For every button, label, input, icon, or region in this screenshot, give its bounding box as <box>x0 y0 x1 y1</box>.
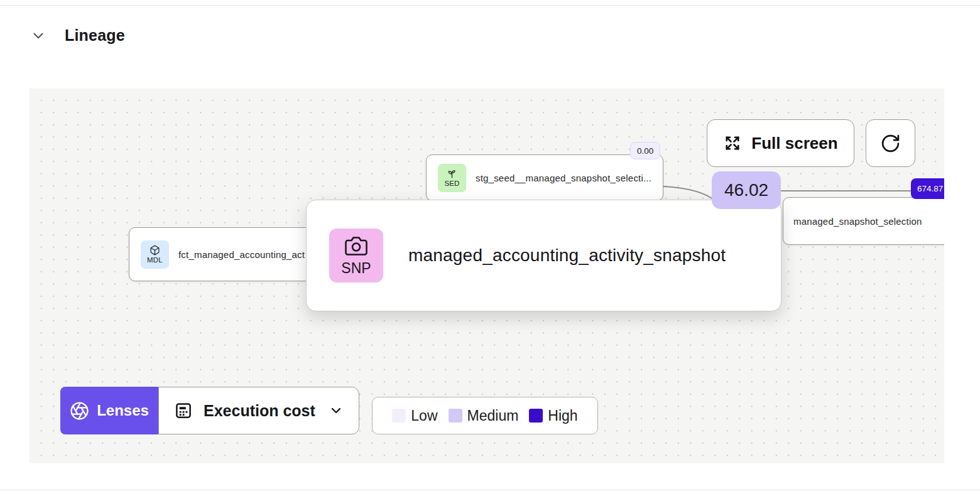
top-divider <box>0 5 980 6</box>
full-screen-label: Full screen <box>751 134 837 153</box>
legend-label-low: Low <box>411 407 437 424</box>
node-selection[interactable]: managed_snapshot_selection <box>783 197 944 245</box>
lenses-control: Lenses Execution cost <box>60 387 359 434</box>
snapshot-type-label: SNP <box>341 260 371 277</box>
seed-type-label: SED <box>444 180 459 187</box>
node-label: fct_managed_accounting_act <box>178 249 305 260</box>
bottom-divider <box>0 490 980 490</box>
legend-swatch-high <box>529 409 543 423</box>
expand-icon <box>723 134 742 153</box>
legend-item-medium: Medium <box>449 407 519 424</box>
collapse-section-button[interactable] <box>30 27 47 45</box>
chevron-down-icon <box>30 28 46 44</box>
hovered-cost-badge: 46.02 <box>712 171 781 209</box>
aperture-icon <box>70 401 89 421</box>
legend-item-low: Low <box>392 407 437 424</box>
node-hover-card[interactable]: SNP managed_accounting_activity_snapshot <box>306 200 781 311</box>
full-screen-button[interactable]: Full screen <box>707 119 854 167</box>
refresh-icon <box>880 133 901 154</box>
seed-type-badge: SED <box>438 164 466 192</box>
lens-select-dropdown[interactable]: Execution cost <box>158 387 359 434</box>
legend-item-high: High <box>529 407 577 424</box>
page-title: Lineage <box>65 26 125 45</box>
selected-lens-label: Execution cost <box>204 402 318 420</box>
calculator-icon <box>174 401 193 420</box>
seedling-icon <box>447 168 457 179</box>
cube-icon <box>150 245 160 256</box>
lineage-section-header: Lineage <box>30 26 125 45</box>
lenses-button-label: Lenses <box>97 402 149 419</box>
selection-cost-badge: 674.87 <box>911 178 944 199</box>
node-seed[interactable]: SED stg_seed__managed_snapshot_selecti..… <box>426 154 663 201</box>
refresh-button[interactable] <box>866 119 915 167</box>
legend-swatch-medium <box>449 409 462 423</box>
lenses-button[interactable]: Lenses <box>60 387 158 434</box>
camera-icon <box>345 235 368 257</box>
model-type-label: MDL <box>147 256 163 264</box>
legend-swatch-low <box>392 409 406 423</box>
snapshot-type-badge: SNP <box>329 229 383 283</box>
chevron-down-icon <box>329 403 344 418</box>
node-label: managed_snapshot_selection <box>793 216 922 227</box>
node-label: stg_seed__managed_snapshot_selecti... <box>476 173 651 183</box>
legend-label-medium: Medium <box>467 407 519 424</box>
model-type-badge: MDL <box>141 240 169 269</box>
lineage-canvas[interactable]: SED stg_seed__managed_snapshot_selecti..… <box>30 89 944 463</box>
seed-cost-badge: 0.00 <box>630 142 660 159</box>
legend-label-high: High <box>548 407 577 424</box>
hover-card-title: managed_accounting_activity_snapshot <box>408 245 726 266</box>
cost-legend: Low Medium High <box>372 397 598 434</box>
